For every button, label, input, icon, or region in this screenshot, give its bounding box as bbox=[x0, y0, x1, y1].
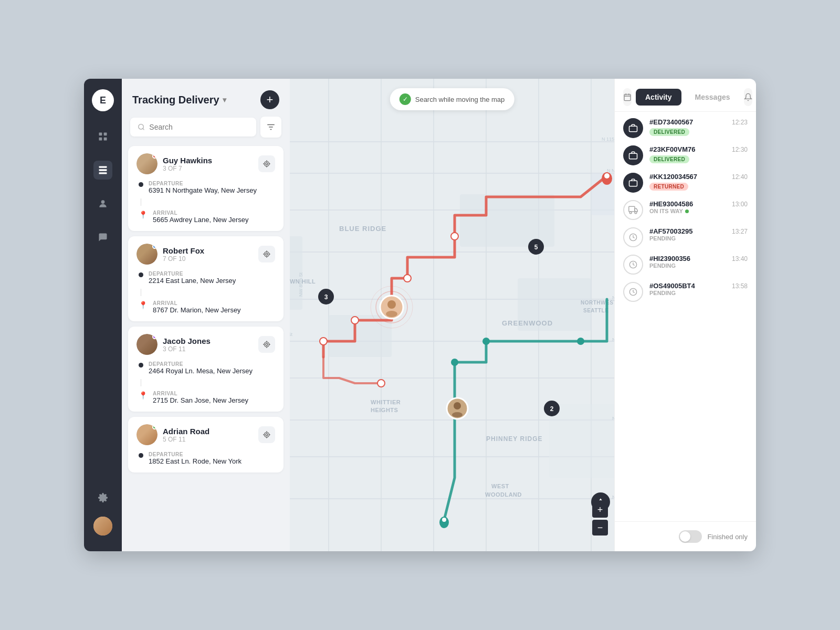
activity-time-0: 12:23 bbox=[732, 119, 748, 126]
activity-details-4: #AF57003295 13:27 PENDING bbox=[649, 227, 748, 242]
svg-text:5: 5 bbox=[534, 244, 538, 251]
arrival-pin-icon-jacob: 📍 bbox=[139, 391, 148, 400]
driver-card-jacob[interactable]: Jacob Jones 3 OF 11 DEPARTURE 2464 Royal… bbox=[128, 327, 284, 412]
departure-dot bbox=[139, 182, 143, 187]
svg-text:WOODLAND: WOODLAND bbox=[485, 491, 522, 498]
svg-text:HEIGHTS: HEIGHTS bbox=[371, 407, 398, 413]
driver-info-jacob: Jacob Jones 3 OF 11 bbox=[136, 334, 211, 355]
finished-only-label: Finished only bbox=[707, 533, 748, 541]
svg-point-70 bbox=[604, 173, 610, 178]
locate-driver-guy[interactable] bbox=[258, 155, 275, 172]
driver-card-robert[interactable]: Robert Fox 7 OF 10 DEPARTURE 2214 East L… bbox=[128, 236, 284, 321]
activity-row-5: #HI23900356 13:40 bbox=[649, 255, 748, 262]
arrival-details-robert: ARRIVAL 8767 Dr. Marion, New Jersey bbox=[153, 300, 241, 314]
filter-button[interactable] bbox=[260, 117, 281, 138]
activity-row-1: #23KF00VM76 12:30 bbox=[649, 145, 748, 153]
locate-driver-robert[interactable] bbox=[258, 246, 275, 262]
driver-avatar-adrian bbox=[136, 424, 158, 445]
svg-point-75 bbox=[442, 518, 446, 522]
svg-text:NW 80th St: NW 80th St bbox=[290, 332, 293, 337]
svg-point-16 bbox=[264, 251, 269, 256]
svg-point-7 bbox=[101, 200, 105, 204]
svg-point-66 bbox=[351, 317, 359, 324]
departure-details-robert: DEPARTURE 2214 East Lane, New Jersey bbox=[149, 271, 236, 285]
route-info-jacob: DEPARTURE 2464 Royal Ln. Mesa, New Jerse… bbox=[136, 361, 275, 404]
arrival-item-robert: 📍 ARRIVAL 8767 Dr. Marion, New Jersey bbox=[139, 300, 275, 314]
finished-only-toggle[interactable] bbox=[679, 530, 702, 543]
activity-time-2: 12:40 bbox=[732, 173, 748, 181]
toggle-knob bbox=[680, 531, 690, 542]
svg-point-13 bbox=[266, 163, 268, 165]
nav-settings[interactable] bbox=[93, 488, 112, 507]
arr-addr-jacob: 2715 Dr. San Jose, New Jersey bbox=[153, 396, 248, 404]
map-search-bar: ✓ Search while moving the map bbox=[390, 88, 514, 110]
bell-button[interactable] bbox=[744, 88, 752, 106]
svg-text:WEST: WEST bbox=[491, 483, 509, 489]
route-connector-robert bbox=[141, 289, 141, 296]
nav-chat[interactable] bbox=[93, 228, 112, 247]
departure-details: DEPARTURE 6391 N Northgate Way, New Jers… bbox=[149, 181, 257, 194]
svg-point-14 bbox=[264, 161, 269, 166]
driver-card-adrian[interactable]: Adrian Road 5 OF 11 DEPARTURE 1852 East … bbox=[128, 417, 284, 472]
activity-icon-0 bbox=[623, 118, 643, 138]
calendar-icon[interactable] bbox=[623, 88, 632, 106]
driver-avatar-guy bbox=[136, 153, 158, 174]
dep-addr-adrian: 1852 East Ln. Rode, New York bbox=[149, 457, 242, 465]
svg-rect-40 bbox=[460, 194, 554, 247]
activity-id-6: #OS49005BT4 bbox=[649, 282, 695, 290]
search-bar bbox=[130, 117, 281, 138]
activity-icon-2 bbox=[623, 173, 643, 193]
nav-user[interactable] bbox=[93, 194, 112, 213]
dep-label-jacob: DEPARTURE bbox=[149, 361, 253, 367]
departure-item: DEPARTURE 6391 N Northgate Way, New Jers… bbox=[139, 181, 275, 194]
tab-activity[interactable]: Activity bbox=[636, 89, 681, 106]
svg-rect-45 bbox=[549, 404, 614, 478]
left-panel: Tracking Delivery ▾ + bbox=[122, 79, 290, 551]
departure-dot-adrian bbox=[139, 453, 143, 458]
add-button[interactable]: + bbox=[260, 90, 279, 109]
map-svg: BLUE RIDGE CROWN HILL GREENWOOD NORTHWES… bbox=[290, 79, 614, 551]
map-area[interactable]: BLUE RIDGE CROWN HILL GREENWOOD NORTHWES… bbox=[290, 79, 614, 551]
status-pending-5: PENDING bbox=[649, 262, 748, 269]
svg-rect-96 bbox=[629, 153, 637, 159]
status-badge-0: DELIVERED bbox=[649, 128, 689, 136]
user-avatar[interactable] bbox=[93, 517, 112, 536]
svg-rect-2 bbox=[99, 138, 102, 141]
driver-meta-robert: Robert Fox 7 OF 10 bbox=[163, 246, 204, 262]
nav-grid[interactable] bbox=[93, 127, 112, 146]
departure-item-jacob: DEPARTURE 2464 Royal Ln. Mesa, New Jerse… bbox=[139, 361, 275, 375]
svg-point-17 bbox=[266, 343, 268, 345]
activity-row-0: #ED73400567 12:23 bbox=[649, 118, 748, 126]
activity-time-4: 13:27 bbox=[732, 228, 748, 235]
search-wrapper bbox=[130, 118, 256, 136]
svg-point-68 bbox=[451, 233, 458, 240]
svg-text:N 50th St: N 50th St bbox=[612, 495, 614, 500]
activity-row-3: #HE93004586 13:00 bbox=[649, 200, 748, 208]
right-panel-header: Activity Messages bbox=[615, 79, 756, 112]
locate-icon-jacob bbox=[262, 340, 271, 349]
departure-dot-jacob bbox=[139, 363, 143, 368]
status-pending-4: PENDING bbox=[649, 235, 748, 242]
app-container: E Tracking D bbox=[84, 79, 756, 551]
nav-table[interactable] bbox=[93, 161, 112, 180]
nav-bottom bbox=[93, 488, 112, 541]
zoom-in-button[interactable]: + bbox=[592, 502, 608, 518]
svg-point-76 bbox=[377, 380, 385, 387]
svg-point-67 bbox=[404, 275, 411, 282]
arrival-label: ARRIVAL bbox=[153, 210, 249, 216]
activity-time-6: 13:58 bbox=[732, 282, 748, 290]
activity-details-6: #OS49005BT4 13:58 PENDING bbox=[649, 282, 748, 296]
driver-name-robert: Robert Fox bbox=[163, 246, 204, 255]
driver-info: Guy Hawkins 3 OF 7 bbox=[136, 153, 212, 174]
search-input[interactable] bbox=[149, 123, 249, 131]
driver-card-guy[interactable]: Guy Hawkins 3 OF 7 DEPARTURE 6391 N Nort… bbox=[128, 146, 284, 231]
tab-messages[interactable]: Messages bbox=[686, 89, 740, 106]
status-badge-1: DELIVERED bbox=[649, 155, 689, 163]
zoom-out-button[interactable]: − bbox=[592, 520, 608, 536]
svg-point-65 bbox=[320, 338, 327, 345]
locate-driver-jacob[interactable] bbox=[258, 336, 275, 353]
locate-driver-adrian[interactable] bbox=[258, 426, 275, 443]
activity-icon-4 bbox=[623, 227, 643, 247]
svg-point-78 bbox=[387, 300, 396, 309]
driver-name-adrian: Adrian Road bbox=[163, 427, 209, 436]
